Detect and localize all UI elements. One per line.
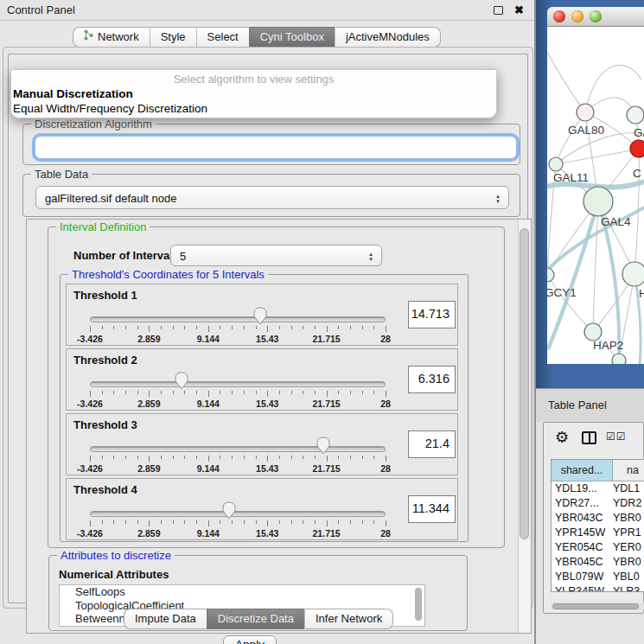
slider-tick xyxy=(267,456,268,462)
slider-axis-label: 15.43 xyxy=(256,463,278,474)
dropdown-option-equal-width[interactable]: Equal Width/Frequency Discretization xyxy=(11,101,496,116)
cell-shared-name[interactable]: YDR27... xyxy=(552,496,613,511)
table-row[interactable]: YDR27...YDR2 xyxy=(552,496,644,511)
slider-tick xyxy=(184,326,185,329)
cell-shared-name[interactable]: YLR345W xyxy=(552,584,613,592)
tab-select[interactable]: Select xyxy=(196,27,249,48)
table-row[interactable]: YER054CYER0 xyxy=(552,540,644,555)
table-data-combobox[interactable]: galFiltered.sif default node ▴ ▾ xyxy=(35,186,509,209)
slider-tick xyxy=(303,391,303,394)
column-header-shared-name[interactable]: shared... xyxy=(552,460,613,481)
slider-tick xyxy=(386,326,386,332)
column-header-name[interactable]: na xyxy=(613,460,644,481)
tab-label: Cyni Toolbox xyxy=(260,28,324,47)
threshold-value-field[interactable]: 14.713 xyxy=(408,301,456,328)
slider-tick xyxy=(196,456,197,459)
table-header-row: shared... na xyxy=(552,460,644,481)
slider-axis-label: 21.715 xyxy=(313,528,341,539)
slider-tick xyxy=(327,326,328,332)
slider-tick xyxy=(161,391,162,394)
float-window-icon[interactable] xyxy=(494,6,503,15)
threshold-value-field[interactable]: 21.4 xyxy=(408,430,456,458)
cell-shared-name[interactable]: YER054C xyxy=(552,540,613,555)
tab-impute-data[interactable]: Impute Data xyxy=(124,609,207,629)
slider-tick xyxy=(113,391,114,394)
apply-button[interactable]: Apply xyxy=(223,635,277,644)
tab-style[interactable]: Style xyxy=(150,27,196,48)
slider-tick xyxy=(196,326,197,329)
slider-axis-label: -3.426 xyxy=(77,334,103,344)
slider-axis-label: 9.144 xyxy=(197,528,220,539)
threshold-value-field[interactable]: 6.316 xyxy=(408,366,456,393)
slider-tick xyxy=(113,520,114,524)
algorithm-combobox[interactable] xyxy=(35,136,517,159)
table-hscrollbar-thumb[interactable] xyxy=(552,603,639,609)
cell-name[interactable]: YLR3 xyxy=(613,584,644,592)
cell-name[interactable]: YBL0 xyxy=(613,570,644,584)
tab-label: jActiveMNodules xyxy=(346,28,430,47)
tab-network[interactable]: Network xyxy=(73,27,150,48)
cell-name[interactable]: YBR0 xyxy=(613,511,644,526)
table-row[interactable]: YBR043CYBR0 xyxy=(552,511,644,526)
slider-tick xyxy=(220,456,220,459)
slider-tick xyxy=(244,456,245,459)
table-row[interactable]: YPR145WYPR1 xyxy=(552,526,644,540)
table-row[interactable]: YDL19...YDL1 xyxy=(552,481,644,496)
close-traffic-light-icon[interactable] xyxy=(553,10,565,22)
table-row[interactable]: YBR045CYBR0 xyxy=(552,555,644,570)
threshold-slider-thumb[interactable] xyxy=(221,501,237,523)
threshold-slider-thumb[interactable] xyxy=(252,307,268,328)
dropdown-option-manual[interactable]: Manual Discretization xyxy=(11,86,496,101)
minimize-traffic-light-icon[interactable] xyxy=(571,10,583,22)
thresholds-group: Threshold's Coordinates for 5 Intervals … xyxy=(60,274,469,542)
split-columns-icon[interactable] xyxy=(582,431,596,444)
table-data-group: Table Data galFiltered.sif default node … xyxy=(22,174,520,217)
cell-shared-name[interactable]: YPR145W xyxy=(552,526,613,540)
cell-name[interactable]: YDR2 xyxy=(613,496,644,511)
gear-icon[interactable]: ⚙ xyxy=(555,428,569,447)
cell-name[interactable]: YER0 xyxy=(613,540,644,555)
table-hscrollbar-track[interactable] xyxy=(551,603,644,610)
table-panel-titlebar: Table Panel xyxy=(536,388,644,422)
list-item[interactable]: SelfLoops xyxy=(60,585,424,599)
threshold-value-field[interactable]: 11.344 xyxy=(408,495,456,523)
cell-shared-name[interactable]: YBL079W xyxy=(552,570,613,584)
threshold-slider-track[interactable] xyxy=(90,446,386,452)
network-window-titlebar[interactable] xyxy=(547,7,644,27)
slider-tick xyxy=(184,456,185,459)
cell-shared-name[interactable]: YBR045C xyxy=(552,555,613,570)
slider-tick xyxy=(256,391,257,394)
slider-tick xyxy=(149,520,150,526)
settings-scrollbar-track[interactable] xyxy=(518,220,531,633)
combobox-spinner-icon: ▴ ▾ xyxy=(367,246,375,266)
tab-infer-network[interactable]: Infer Network xyxy=(304,609,393,629)
cell-shared-name[interactable]: YDL19... xyxy=(552,481,613,496)
threshold-slider-track[interactable] xyxy=(90,511,386,517)
checkbox-icons[interactable]: ☑☑ xyxy=(606,430,627,443)
settings-scrollbar-thumb[interactable] xyxy=(520,228,529,539)
bottom-tab-bar: Impute Data Discretize Data Infer Networ… xyxy=(124,609,393,629)
tab-discretize-data[interactable]: Discretize Data xyxy=(207,609,304,629)
threshold-slider-track[interactable] xyxy=(90,381,386,387)
list-scrollbar[interactable] xyxy=(415,588,422,621)
network-view-canvas[interactable] xyxy=(547,27,644,364)
tab-label: Network xyxy=(98,28,139,47)
threshold-2-panel: Threshold 2 6.316 -3.4262.8599.14415.432… xyxy=(66,348,458,411)
table-row[interactable]: YLR345WYLR3 xyxy=(552,584,644,592)
cell-name[interactable]: YDL1 xyxy=(613,481,644,496)
close-icon[interactable]: ✖ xyxy=(514,0,524,21)
cell-shared-name[interactable]: YBR043C xyxy=(552,511,613,526)
cell-name[interactable]: YBR0 xyxy=(613,555,644,570)
threshold-slider-track[interactable] xyxy=(90,316,386,322)
slider-axis-label: 21.715 xyxy=(313,399,341,409)
slider-tick xyxy=(196,391,197,394)
slider-tick xyxy=(137,520,138,524)
cell-name[interactable]: YPR1 xyxy=(613,526,644,540)
table-row[interactable]: YBL079WYBL0 xyxy=(552,570,644,584)
zoom-traffic-light-icon[interactable] xyxy=(590,10,602,22)
number-of-intervals-combobox[interactable]: 5 ▴ ▾ xyxy=(170,245,382,266)
threshold-slider-thumb[interactable] xyxy=(174,372,189,393)
tab-cyni-toolbox[interactable]: Cyni Toolbox xyxy=(249,27,335,48)
tab-jactivemnodules[interactable]: jActiveMNodules xyxy=(335,27,441,48)
threshold-slider-thumb[interactable] xyxy=(316,437,331,458)
